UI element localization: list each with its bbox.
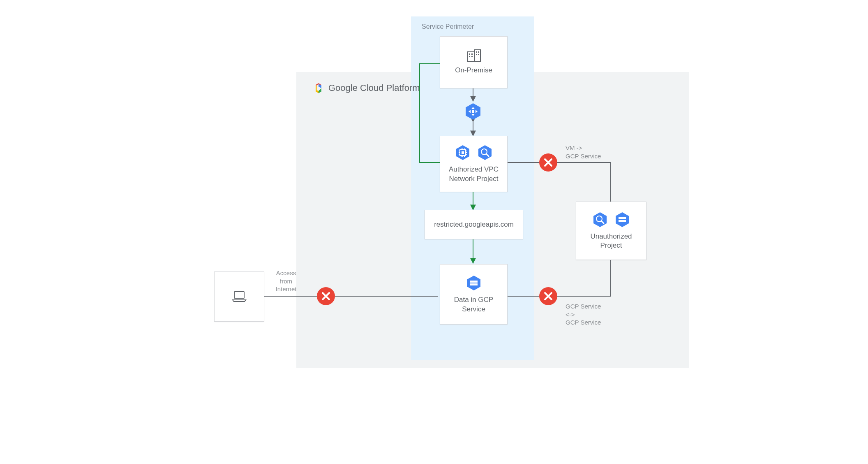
svg-rect-8 [469, 53, 470, 55]
unauthorized-project-node: Unauthorized Project [576, 202, 646, 260]
unauthorized-project-label: Unauthorized Project [590, 232, 632, 250]
bigquery-icon [477, 144, 493, 161]
svg-rect-7 [475, 50, 480, 61]
svg-rect-6 [467, 52, 475, 61]
svg-rect-41 [470, 281, 478, 283]
svg-rect-12 [476, 51, 477, 53]
gcp-logo: Google Cloud Platform [313, 82, 420, 94]
storage-icon [614, 211, 630, 228]
on-premise-node: On-Premise [440, 36, 508, 88]
svg-rect-42 [470, 283, 478, 285]
gcp-logo-light: Cloud Platform [360, 83, 420, 93]
svg-rect-13 [478, 51, 479, 53]
svg-marker-46 [616, 212, 629, 227]
gcp-logo-bold: Google [328, 83, 358, 93]
svg-rect-24 [462, 151, 464, 154]
compute-icon [455, 144, 471, 161]
svg-marker-40 [467, 276, 480, 290]
service-to-service-note: GCP Service <-> GCP Service [566, 302, 615, 327]
data-in-gcp-node: Data in GCP Service [440, 264, 508, 325]
storage-icon [466, 275, 482, 291]
authorized-vpc-node: Authorized VPC Network Project [440, 136, 508, 192]
access-from-internet-note: Access from Internet [270, 269, 302, 293]
gcp-hexagon-icon [313, 82, 324, 94]
service-perimeter-label: Service Perimeter [422, 23, 474, 30]
svg-rect-47 [619, 217, 626, 219]
restricted-api-node: restricted.googleapis.com [425, 210, 523, 239]
bigquery-icon [592, 211, 608, 228]
vm-to-service-note: VM -> GCP Service [566, 144, 611, 160]
data-in-gcp-label: Data in GCP Service [454, 295, 493, 313]
building-icon [467, 49, 481, 62]
svg-marker-37 [478, 145, 492, 160]
svg-rect-10 [469, 56, 470, 57]
svg-rect-48 [619, 220, 626, 222]
svg-rect-14 [476, 54, 477, 55]
svg-rect-5 [234, 292, 244, 298]
svg-rect-15 [478, 54, 479, 55]
authorized-vpc-label: Authorized VPC Network Project [449, 165, 499, 183]
svg-rect-11 [471, 56, 473, 57]
on-premise-label: On-Premise [455, 66, 492, 75]
restricted-api-label: restricted.googleapis.com [434, 220, 514, 229]
laptop-icon [232, 291, 247, 302]
diagram-stage: Service Perimeter Google Cloud Platform [126, 0, 742, 370]
svg-rect-9 [471, 53, 473, 55]
svg-marker-43 [593, 212, 607, 227]
internet-client-node [214, 271, 264, 322]
